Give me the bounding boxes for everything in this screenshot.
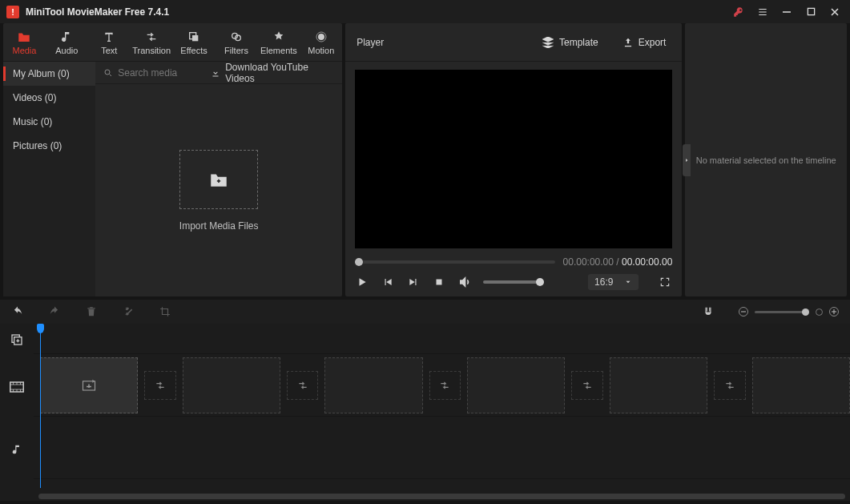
- main-row: Media Audio Text Transition: [0, 23, 850, 300]
- tab-label: Effects: [180, 46, 207, 55]
- tab-effects[interactable]: Effects: [173, 23, 216, 61]
- zoom-in-button[interactable]: [829, 307, 839, 317]
- cat-videos[interactable]: Videos (0): [3, 86, 95, 110]
- tab-filters[interactable]: Filters: [216, 23, 258, 61]
- tab-audio[interactable]: Audio: [46, 23, 88, 61]
- timeline-scrollbar[interactable]: [38, 494, 845, 499]
- volume-button[interactable]: [457, 275, 472, 289]
- tab-label: Motion: [308, 46, 334, 55]
- cat-music[interactable]: Music (0): [3, 110, 95, 134]
- tab-label: Transition: [132, 46, 171, 55]
- timeline: [0, 324, 850, 501]
- export-button[interactable]: Export: [618, 34, 671, 50]
- progress-slider[interactable]: [355, 260, 554, 264]
- current-time: 00.00:00.00: [563, 256, 614, 268]
- transition-slot[interactable]: [571, 371, 603, 400]
- tab-label: Elements: [260, 46, 297, 55]
- media-categories: My Album (0) Videos (0) Music (0) Pictur…: [3, 62, 95, 296]
- tab-label: Filters: [224, 46, 248, 55]
- menu-icon[interactable]: [751, 0, 775, 23]
- stop-button[interactable]: [432, 275, 446, 289]
- duration: 00.00:00.00: [622, 256, 672, 268]
- svg-rect-9: [218, 179, 220, 182]
- svg-point-5: [318, 34, 324, 40]
- clip-slot[interactable]: [324, 357, 422, 413]
- cat-pictures[interactable]: Pictures (0): [3, 134, 95, 158]
- search-icon: [103, 68, 113, 78]
- aspect-value: 16:9: [594, 276, 613, 288]
- folder-icon: [17, 30, 31, 44]
- zoom-fit-button[interactable]: [816, 308, 823, 316]
- media-panel: Media Audio Text Transition: [3, 23, 342, 296]
- zoom-controls: [739, 307, 839, 317]
- prev-frame-button[interactable]: [381, 275, 395, 289]
- clip-slot[interactable]: [183, 357, 280, 413]
- clip-slot[interactable]: [40, 357, 138, 413]
- fullscreen-button[interactable]: [658, 275, 672, 289]
- audio-track-icon: [0, 418, 34, 481]
- transition-icon: [145, 30, 158, 44]
- effects-icon: [187, 30, 200, 44]
- video-track-icon: [0, 356, 34, 418]
- delete-button[interactable]: [85, 305, 98, 318]
- titlebar: ! MiniTool MovieMaker Free 7.4.1: [0, 0, 850, 23]
- zoom-slider[interactable]: [755, 311, 809, 313]
- aspect-ratio-select[interactable]: 16:9: [588, 274, 639, 290]
- cat-my-album[interactable]: My Album (0): [3, 62, 95, 86]
- key-icon[interactable]: [727, 0, 751, 23]
- tab-text[interactable]: Text: [88, 23, 131, 61]
- transition-slot[interactable]: [287, 371, 319, 400]
- transition-slot[interactable]: [144, 371, 176, 400]
- maximize-button[interactable]: [799, 0, 823, 23]
- panel-collapse-handle[interactable]: [683, 144, 691, 176]
- transition-slot[interactable]: [429, 371, 461, 400]
- export-icon: [622, 37, 634, 48]
- timeline-toolbar: [0, 300, 850, 324]
- app-title: MiniTool MovieMaker Free 7.4.1: [26, 6, 169, 18]
- template-icon: [542, 37, 554, 48]
- timeline-body[interactable]: [34, 324, 850, 501]
- tool-tabs: Media Audio Text Transition: [3, 23, 342, 62]
- next-frame-button[interactable]: [406, 275, 421, 289]
- tab-media[interactable]: Media: [3, 23, 46, 61]
- snap-button[interactable]: [702, 305, 715, 318]
- export-label: Export: [639, 37, 667, 48]
- properties-panel: No material selected on the timeline: [685, 23, 847, 296]
- player-panel: Player Template Export 00.: [345, 23, 682, 296]
- import-dropzone[interactable]: [179, 150, 258, 209]
- video-track[interactable]: [34, 354, 850, 417]
- preview-canvas: [355, 70, 672, 248]
- search-input[interactable]: [118, 67, 198, 79]
- redo-button[interactable]: [48, 305, 61, 318]
- add-track-button[interactable]: [0, 324, 34, 356]
- undo-button[interactable]: [11, 305, 24, 318]
- minimize-button[interactable]: [775, 0, 799, 23]
- split-button[interactable]: [122, 305, 135, 318]
- music-note-icon: [60, 30, 73, 44]
- clip-slot[interactable]: [610, 357, 707, 413]
- download-youtube-link[interactable]: Download YouTube Videos: [211, 62, 334, 84]
- volume-slider[interactable]: [483, 280, 544, 284]
- close-button[interactable]: [823, 0, 847, 23]
- tab-label: Media: [12, 46, 36, 55]
- zoom-out-button[interactable]: [739, 307, 748, 317]
- tab-motion[interactable]: Motion: [300, 23, 342, 61]
- chevron-down-icon: [624, 278, 632, 286]
- template-button[interactable]: Template: [537, 34, 603, 50]
- audio-track[interactable]: [34, 417, 850, 479]
- transition-slot[interactable]: [714, 371, 746, 400]
- folder-plus-icon: [208, 171, 229, 188]
- import-caption: Import Media Files: [179, 220, 259, 232]
- clip-slot[interactable]: [467, 357, 565, 413]
- tab-label: Text: [101, 46, 117, 55]
- tab-elements[interactable]: Elements: [257, 23, 300, 61]
- crop-button[interactable]: [159, 305, 171, 318]
- timeline-ruler[interactable]: [34, 324, 850, 354]
- clip-slot[interactable]: [752, 357, 850, 413]
- play-button[interactable]: [355, 275, 369, 289]
- time-display: 00.00:00.00 / 00.00:00.00: [563, 256, 673, 268]
- tab-transition[interactable]: Transition: [131, 23, 173, 61]
- player-label: Player: [357, 37, 384, 48]
- playhead[interactable]: [40, 324, 41, 488]
- timeline-rail: [0, 324, 34, 501]
